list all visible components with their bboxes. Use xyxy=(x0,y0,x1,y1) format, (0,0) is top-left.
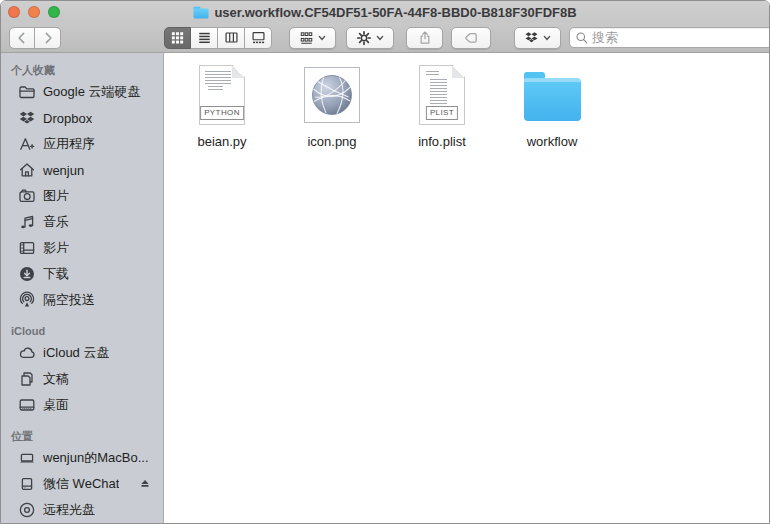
laptop-icon xyxy=(18,449,36,467)
column-view-icon xyxy=(224,30,239,45)
forward-button[interactable] xyxy=(35,27,61,49)
file-info-plist[interactable]: PLIST info.plist xyxy=(387,63,497,149)
sidebar-item-label: 下载 xyxy=(43,265,69,283)
file-icon-png[interactable]: icon.png xyxy=(277,63,387,149)
chevron-down-icon xyxy=(318,34,326,42)
tag-icon xyxy=(463,30,479,46)
file-type-badge: PYTHON xyxy=(200,106,244,120)
blue-folder-icon xyxy=(524,63,581,127)
window-title: user.workflow.CF54DF51-50FA-44F8-BBD0-B8… xyxy=(214,5,576,20)
gallery-view-icon xyxy=(251,30,266,45)
tag-button[interactable] xyxy=(451,27,491,49)
sidebar-item-macbook[interactable]: wenjun的MacBo... xyxy=(1,445,163,471)
view-mode-segmented-control xyxy=(164,27,272,49)
python-file-icon: PYTHON xyxy=(199,63,245,127)
file-name: workflow xyxy=(527,134,578,149)
traffic-lights xyxy=(1,1,60,23)
page-fold xyxy=(232,66,244,78)
sidebar-item-label: Google 云端硬盘 xyxy=(43,83,141,101)
sidebar-section-favorites: 个人收藏 xyxy=(1,61,163,79)
share-icon xyxy=(417,30,433,46)
icon-view-button[interactable] xyxy=(164,27,191,49)
sidebar-section-icloud: iCloud xyxy=(1,322,163,340)
folder-icon xyxy=(193,6,209,19)
file-beian-py[interactable]: PYTHON beian.py xyxy=(167,63,277,149)
sidebar: 个人收藏 Google 云端硬盘 Dropbox 应用程序 xyxy=(1,53,164,523)
group-by-icon xyxy=(299,30,314,45)
sidebar-item-movies[interactable]: 影片 xyxy=(1,235,163,261)
file-grid: PYTHON beian.py xyxy=(167,63,769,149)
group-by-dropdown[interactable] xyxy=(289,27,336,49)
chevron-down-icon xyxy=(543,34,551,42)
sidebar-section-locations: 位置 xyxy=(1,427,163,445)
sidebar-item-airdrop[interactable]: 隔空投送 xyxy=(1,287,163,313)
sidebar-item-dropbox[interactable]: Dropbox xyxy=(1,105,163,131)
search-input[interactable] xyxy=(592,30,768,45)
sidebar-item-wechat-disk[interactable]: 微信 WeChat xyxy=(1,471,163,497)
close-button[interactable] xyxy=(8,6,20,18)
sidebar-item-label: 应用程序 xyxy=(43,135,95,153)
sidebar-item-pictures[interactable]: 图片 xyxy=(1,183,163,209)
plist-file-icon: PLIST xyxy=(419,63,465,127)
sidebar-item-label: wenjun xyxy=(43,163,84,178)
file-browser-area[interactable]: PYTHON beian.py xyxy=(164,53,769,523)
sidebar-item-label: 远程光盘 xyxy=(43,501,95,519)
sidebar-item-downloads[interactable]: 下载 xyxy=(1,261,163,287)
dropbox-icon xyxy=(524,30,539,45)
cloud-icon xyxy=(18,344,36,362)
folder-icon xyxy=(18,83,36,101)
sidebar-item-label: 隔空投送 xyxy=(43,291,95,309)
action-menu-button[interactable] xyxy=(346,27,394,49)
grid-view-icon xyxy=(170,30,185,45)
zoom-button[interactable] xyxy=(48,6,60,18)
network-globe-icon xyxy=(309,72,355,118)
sidebar-item-music[interactable]: 音乐 xyxy=(1,209,163,235)
list-view-button[interactable] xyxy=(191,27,218,49)
search-field[interactable] xyxy=(569,27,770,48)
file-name: beian.py xyxy=(197,134,246,149)
airdrop-icon xyxy=(18,291,36,309)
camera-icon xyxy=(18,187,36,205)
sidebar-item-icloud-drive[interactable]: iCloud 云盘 xyxy=(1,340,163,366)
file-workflow-folder[interactable]: workflow xyxy=(497,63,607,149)
sidebar-item-documents[interactable]: 文稿 xyxy=(1,366,163,392)
sidebar-item-desktop[interactable]: 桌面 xyxy=(1,392,163,418)
sidebar-item-label: Dropbox xyxy=(43,111,92,126)
title-bar[interactable]: user.workflow.CF54DF51-50FA-44F8-BBD0-B8… xyxy=(1,1,769,23)
sidebar-item-label: wenjun的MacBo... xyxy=(43,449,149,467)
download-circle-icon xyxy=(18,265,36,283)
dropbox-icon xyxy=(18,109,36,127)
minimize-button[interactable] xyxy=(28,6,40,18)
chevron-down-icon xyxy=(376,34,384,42)
column-view-button[interactable] xyxy=(218,27,245,49)
back-button[interactable] xyxy=(9,27,35,49)
music-note-icon xyxy=(18,213,36,231)
sidebar-item-label: iCloud 云盘 xyxy=(43,344,109,362)
sidebar-item-label: 微信 WeChat xyxy=(43,475,119,493)
gallery-view-button[interactable] xyxy=(245,27,272,49)
dropbox-dropdown[interactable] xyxy=(514,27,561,49)
share-button[interactable] xyxy=(406,27,443,49)
sidebar-item-home[interactable]: wenjun xyxy=(1,157,163,183)
desktop-icon xyxy=(18,396,36,414)
film-icon xyxy=(18,239,36,257)
eject-icon[interactable] xyxy=(138,477,152,491)
sidebar-item-label: 音乐 xyxy=(43,213,69,231)
sidebar-item-label: 图片 xyxy=(43,187,69,205)
applications-icon xyxy=(18,135,36,153)
gear-icon xyxy=(356,30,372,46)
sidebar-item-applications[interactable]: 应用程序 xyxy=(1,131,163,157)
home-icon xyxy=(18,161,36,179)
window-title-area: user.workflow.CF54DF51-50FA-44F8-BBD0-B8… xyxy=(1,1,769,23)
image-thumbnail xyxy=(304,63,360,127)
sidebar-item-google-drive[interactable]: Google 云端硬盘 xyxy=(1,79,163,105)
sidebar-item-label: 影片 xyxy=(43,239,69,257)
documents-icon xyxy=(18,370,36,388)
optical-disc-icon xyxy=(18,501,36,519)
file-type-badge: PLIST xyxy=(426,106,458,120)
sidebar-item-label: 文稿 xyxy=(43,370,69,388)
sidebar-item-remote-disc[interactable]: 远程光盘 xyxy=(1,497,163,523)
toolbar xyxy=(1,23,769,53)
sidebar-item-label: 桌面 xyxy=(43,396,69,414)
list-view-icon xyxy=(197,30,212,45)
